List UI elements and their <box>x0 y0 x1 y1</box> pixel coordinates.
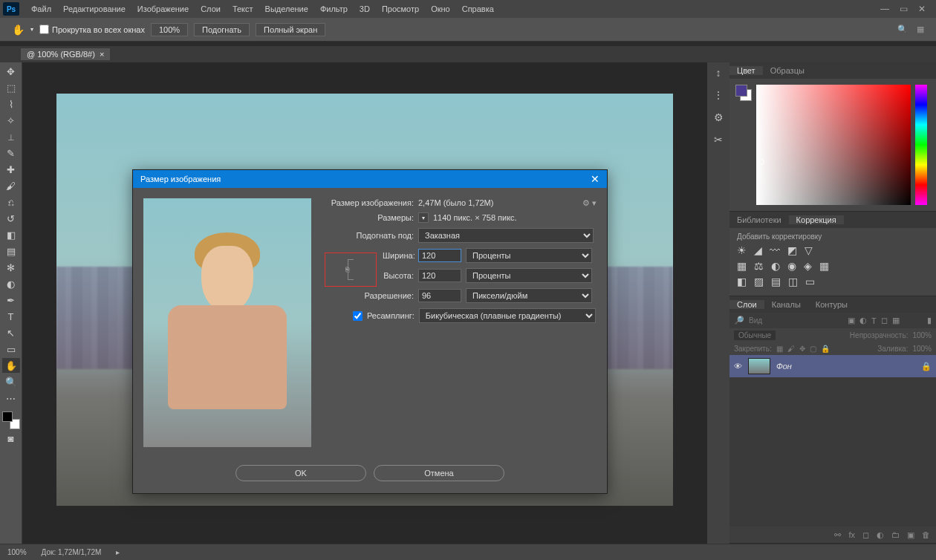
pen-tool[interactable]: ✒ <box>2 293 20 307</box>
gradient-map-icon[interactable]: ▭ <box>805 276 815 287</box>
width-unit-select[interactable]: Проценты <box>466 248 592 263</box>
hand-tool-icon[interactable]: ✋ <box>12 24 25 36</box>
menu-text[interactable]: Текст <box>227 4 259 13</box>
opacity-value[interactable]: 100% <box>912 331 932 339</box>
menu-filter[interactable]: Фильтр <box>314 4 354 13</box>
marquee-tool[interactable]: ⬚ <box>2 80 20 95</box>
scroll-all-windows-input[interactable] <box>39 25 49 34</box>
crop-tool[interactable]: ⟂ <box>2 129 20 144</box>
hue-sat-icon[interactable]: ▦ <box>737 260 747 272</box>
brightness-contrast-icon[interactable]: ☀ <box>737 244 747 256</box>
layer-thumbnail[interactable] <box>748 358 770 374</box>
selective-color-icon[interactable]: ◫ <box>788 276 798 287</box>
height-input[interactable] <box>418 269 461 282</box>
maximize-icon[interactable]: ▭ <box>900 4 908 14</box>
filter-pixel-icon[interactable]: ▣ <box>848 316 855 325</box>
quick-mask-tool[interactable]: ◙ <box>2 431 20 446</box>
filter-smart-icon[interactable]: ▦ <box>892 316 900 325</box>
vibrance-icon[interactable]: ▽ <box>805 244 813 256</box>
dialog-titlebar[interactable]: Размер изображения ✕ <box>133 170 607 188</box>
healing-brush-tool[interactable]: ✚ <box>2 162 20 177</box>
height-unit-select[interactable]: Проценты <box>466 268 592 283</box>
color-picker-field[interactable] <box>756 85 911 205</box>
layer-item-background[interactable]: 👁 Фон 🔒 <box>729 355 936 377</box>
delete-layer-icon[interactable]: 🗑 <box>922 530 930 539</box>
layer-style-icon[interactable]: fx <box>848 530 855 539</box>
tab-paths[interactable]: Контуры <box>808 300 855 309</box>
lock-artboard-icon[interactable]: ▢ <box>810 345 816 353</box>
layer-search-input[interactable] <box>749 316 843 325</box>
resample-select[interactable]: Бикубическая (плавные градиенты) <box>419 308 596 323</box>
blur-tool[interactable]: ✻ <box>2 260 20 275</box>
width-input[interactable] <box>418 249 461 262</box>
eraser-tool[interactable]: ◧ <box>2 227 20 242</box>
new-layer-icon[interactable]: ▣ <box>907 530 914 540</box>
brush-settings-panel-icon[interactable]: ⚙ <box>714 111 724 123</box>
menu-edit[interactable]: Редактирование <box>57 4 131 13</box>
tab-layers[interactable]: Слои <box>729 300 764 309</box>
adjustment-layer-icon[interactable]: ◐ <box>877 530 884 540</box>
fit-to-select[interactable]: Заказная <box>418 228 594 243</box>
invert-icon[interactable]: ◧ <box>737 276 747 287</box>
layer-group-icon[interactable]: 🗀 <box>891 530 900 539</box>
menu-view[interactable]: Просмотр <box>376 4 425 13</box>
layer-lock-icon[interactable]: 🔒 <box>921 362 932 371</box>
gradient-tool[interactable]: ▤ <box>2 244 20 258</box>
resolution-input[interactable] <box>418 289 461 302</box>
layer-visibility-icon[interactable]: 👁 <box>734 362 742 371</box>
document-tab-close-icon[interactable]: × <box>100 50 104 59</box>
zoom-tool[interactable]: 🔍 <box>2 374 20 389</box>
magic-wand-tool[interactable]: ✧ <box>2 113 20 128</box>
levels-icon[interactable]: ◢ <box>754 244 762 256</box>
tool-dropdown-icon[interactable]: ▾ <box>30 26 33 33</box>
posterize-icon[interactable]: ▨ <box>754 276 764 287</box>
filter-shape-icon[interactable]: ◻ <box>881 316 888 325</box>
document-tab[interactable]: @ 100% (RGB/8#) × <box>21 48 110 60</box>
minimize-icon[interactable]: — <box>880 4 889 14</box>
channel-mixer-icon[interactable]: ◈ <box>804 260 812 272</box>
properties-panel-icon[interactable]: ✂ <box>714 134 723 146</box>
link-layers-icon[interactable]: ⚯ <box>834 530 841 540</box>
lock-position-icon[interactable]: ✥ <box>799 345 805 353</box>
history-brush-tool[interactable]: ↺ <box>2 211 20 226</box>
hand-tool[interactable]: ✋ <box>2 358 20 373</box>
zoom-value-button[interactable]: 100% <box>151 23 188 36</box>
menu-3d[interactable]: 3D <box>354 4 376 13</box>
menu-help[interactable]: Справка <box>456 4 500 13</box>
lock-pixels-icon[interactable]: 🖌 <box>787 345 795 353</box>
history-panel-icon[interactable]: ↕ <box>716 67 721 79</box>
menu-file[interactable]: Файл <box>25 4 57 13</box>
cancel-button[interactable]: Отмена <box>374 465 504 481</box>
curves-icon[interactable]: 〰 <box>770 244 780 256</box>
ok-button[interactable]: OK <box>235 465 366 481</box>
tab-channels[interactable]: Каналы <box>764 300 808 309</box>
constrain-proportions-icon[interactable] <box>348 259 354 280</box>
tab-swatches[interactable]: Образцы <box>763 66 812 75</box>
status-chevron-icon[interactable]: ▸ <box>116 548 120 556</box>
menu-layers[interactable]: Слои <box>195 4 227 13</box>
shape-tool[interactable]: ▭ <box>2 342 20 356</box>
edit-toolbar[interactable]: ⋯ <box>2 391 20 406</box>
brushes-panel-icon[interactable]: ⋮ <box>713 89 724 101</box>
fill-value[interactable]: 100% <box>912 345 932 353</box>
blend-mode-select[interactable]: Обычные <box>734 331 776 340</box>
tab-color[interactable]: Цвет <box>729 66 763 75</box>
tab-adjustments[interactable]: Коррекция <box>789 215 844 224</box>
exposure-icon[interactable]: ◩ <box>787 244 797 256</box>
color-lookup-icon[interactable]: ▦ <box>819 260 829 272</box>
menu-window[interactable]: Окно <box>425 4 456 13</box>
hue-slider[interactable] <box>915 85 927 205</box>
layer-mask-icon[interactable]: ◻ <box>862 530 869 540</box>
move-tool[interactable]: ✥ <box>2 64 20 79</box>
path-select-tool[interactable]: ↖ <box>2 325 20 340</box>
dialog-settings-icon[interactable]: ⚙ ▾ <box>582 198 597 208</box>
bw-icon[interactable]: ◐ <box>771 260 780 272</box>
close-icon[interactable]: ✕ <box>918 4 926 14</box>
foreground-background-swatch[interactable] <box>2 411 20 429</box>
menu-select[interactable]: Выделение <box>259 4 314 13</box>
layer-filter-type-icon[interactable]: 🔎 <box>734 316 744 325</box>
tab-libraries[interactable]: Библиотеки <box>729 215 789 224</box>
resample-checkbox[interactable] <box>353 311 363 321</box>
lock-all-icon[interactable]: 🔒 <box>821 345 830 353</box>
scroll-all-windows-checkbox[interactable]: Прокрутка во всех окнах <box>39 25 145 34</box>
